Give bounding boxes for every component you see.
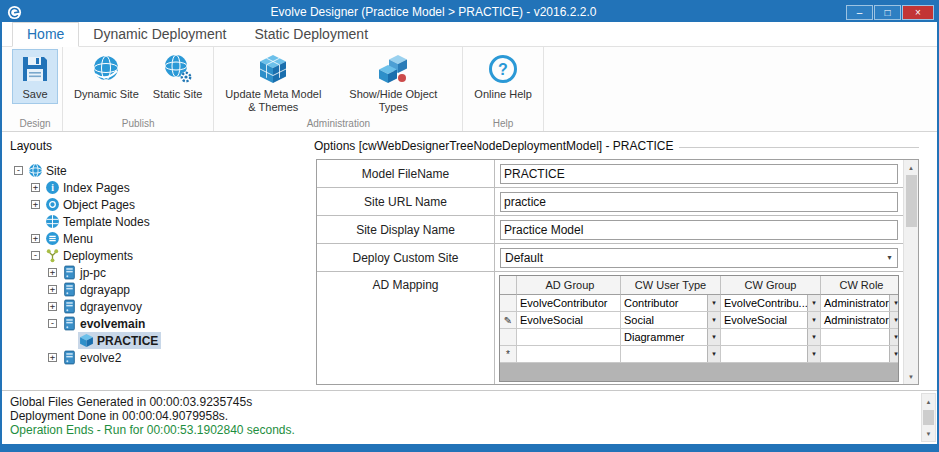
scrollbar-thumb[interactable] — [906, 175, 917, 227]
chevron-down-icon[interactable]: ▾ — [707, 329, 720, 345]
tree-item-index-pages[interactable]: + iIndex Pages — [10, 179, 310, 196]
expander-icon[interactable]: + — [48, 302, 57, 311]
expander-icon[interactable]: + — [31, 200, 40, 209]
cell-cw-user-type[interactable]: Social▾ — [621, 312, 721, 329]
cell-cw-group[interactable]: EvolveSocial▾ — [721, 312, 821, 329]
cell-ad-group[interactable] — [517, 346, 621, 363]
site-display-input[interactable] — [500, 220, 898, 240]
cell-cw-role[interactable]: ▾ — [821, 329, 899, 346]
col-header-cw-group[interactable]: CW Group — [721, 276, 821, 295]
cell-ad-group[interactable]: EvolveSocial — [517, 312, 621, 329]
scrollbar-track[interactable] — [904, 227, 918, 369]
static-site-label: Static Site — [153, 88, 203, 101]
tree-item-deployments[interactable]: - Deployments — [10, 247, 310, 264]
dynamic-site-button[interactable]: Dynamic Site — [67, 49, 146, 104]
ribbon-group-administration: Update Meta Model & Themes Show/Hide Obj… — [214, 47, 463, 131]
chevron-down-icon[interactable]: ▾ — [889, 295, 899, 311]
scroll-up-icon[interactable]: ▲ — [922, 394, 935, 409]
save-button[interactable]: Save — [12, 49, 58, 104]
row-marker-new: * — [500, 346, 517, 363]
globe-icon — [28, 163, 43, 178]
tree-item-evolvemain[interactable]: - evolvemain — [10, 315, 310, 332]
layouts-title: Layouts — [10, 139, 310, 153]
scroll-up-icon[interactable]: ▲ — [904, 160, 918, 175]
chevron-down-icon[interactable]: ▾ — [889, 329, 899, 345]
update-meta-model-button[interactable]: Update Meta Model & Themes — [218, 49, 328, 116]
status-line-1: Global Files Generated in 00:00:03.92357… — [10, 395, 913, 409]
chevron-down-icon[interactable]: ▾ — [807, 329, 820, 345]
online-help-button[interactable]: ? Online Help — [467, 49, 538, 104]
model-filename-input[interactable] — [500, 164, 898, 184]
cube-icon — [79, 333, 94, 348]
scrollbar-thumb[interactable] — [923, 410, 934, 425]
expander-icon[interactable]: + — [48, 353, 57, 362]
scroll-down-icon[interactable]: ▼ — [904, 369, 918, 384]
chevron-down-icon[interactable]: ▾ — [807, 295, 820, 311]
chevron-down-icon[interactable]: ▾ — [882, 253, 897, 262]
options-scrollbar[interactable]: ▲ ▼ — [903, 160, 918, 384]
col-header-cw-user-type[interactable]: CW User Type — [621, 276, 721, 295]
site-url-input[interactable] — [500, 192, 898, 212]
static-site-button[interactable]: Static Site — [146, 49, 210, 104]
chevron-down-icon[interactable]: ▾ — [707, 346, 720, 362]
cell-cw-user-type[interactable]: ▾ — [621, 346, 721, 363]
expander-icon[interactable]: - — [31, 251, 40, 260]
cell-cw-role[interactable]: Administrator▾ — [821, 295, 899, 312]
chevron-down-icon[interactable]: ▾ — [889, 346, 899, 362]
cell-cw-user-type[interactable]: Contributor▾ — [621, 295, 721, 312]
form-row-deploy-custom: Deploy Custom Site Default ▾ — [317, 244, 903, 272]
chevron-down-icon[interactable]: ▾ — [807, 312, 820, 328]
tree-item-dgrayapp[interactable]: + dgrayapp — [10, 281, 310, 298]
tree-item-template-nodes[interactable]: Template Nodes — [10, 213, 310, 230]
close-button[interactable]: × — [902, 5, 934, 20]
window-controls: – □ × — [845, 5, 934, 20]
object-types-icon — [377, 53, 409, 85]
tree-item-jp-pc[interactable]: + jp-pc — [10, 264, 310, 281]
tab-dynamic-deployment[interactable]: Dynamic Deployment — [79, 23, 240, 46]
cell-cw-group[interactable]: ▾ — [721, 329, 821, 346]
tree-item-object-pages[interactable]: + Object Pages — [10, 196, 310, 213]
scroll-down-icon[interactable]: ▼ — [922, 426, 935, 441]
chevron-down-icon[interactable]: ▾ — [707, 312, 720, 328]
cell-ad-group[interactable]: EvolveContributor — [517, 295, 621, 312]
tree-item-menu[interactable]: + Menu — [10, 230, 310, 247]
minimize-button[interactable]: – — [846, 5, 873, 20]
show-hide-object-types-button[interactable]: Show/Hide Object Types — [328, 49, 458, 116]
expander-icon[interactable]: + — [31, 234, 40, 243]
dynamic-site-icon — [90, 53, 122, 85]
status-line-2: Deployment Done in 00:00:04.9079958s. — [10, 409, 913, 423]
form-row-ad-mapping: AD Mapping AD Group CW User Type CW Grou… — [317, 272, 903, 384]
server-icon — [62, 282, 77, 297]
cell-cw-group[interactable]: ▾ — [721, 346, 821, 363]
expander-icon[interactable]: + — [48, 285, 57, 294]
chevron-down-icon[interactable]: ▾ — [707, 295, 720, 311]
cell-cw-group[interactable]: EvolveContribu...▾ — [721, 295, 821, 312]
tab-home[interactable]: Home — [12, 22, 79, 47]
maximize-button[interactable]: □ — [874, 5, 901, 20]
tree-item-practice[interactable]: PRACTICE — [10, 332, 310, 349]
window-title: Evolve Designer (Practice Model > PRACTI… — [22, 5, 845, 19]
cell-cw-role[interactable]: ▾ — [821, 346, 899, 363]
expander-icon[interactable]: - — [14, 166, 23, 175]
expander-icon[interactable]: + — [31, 183, 40, 192]
cell-cw-user-type[interactable]: Diagrammer▾ — [621, 329, 721, 346]
chevron-down-icon[interactable]: ▾ — [889, 312, 899, 328]
deploy-custom-site-select[interactable]: Default ▾ — [500, 248, 898, 268]
col-header-cw-role[interactable]: CW Role — [821, 276, 899, 295]
tree-item-site[interactable]: - Site — [10, 162, 310, 179]
static-site-icon — [162, 53, 194, 85]
save-icon — [19, 53, 51, 85]
tab-static-deployment[interactable]: Static Deployment — [240, 23, 382, 46]
chevron-down-icon[interactable]: ▾ — [807, 346, 820, 362]
status-scrollbar[interactable]: ▲ ▼ — [921, 393, 936, 442]
expander-icon[interactable]: - — [48, 319, 57, 328]
tree-item-dgrayenvoy[interactable]: + dgrayenvoy — [10, 298, 310, 315]
svg-text:?: ? — [498, 61, 508, 78]
cell-cw-role[interactable]: Administrator▾ — [821, 312, 899, 329]
cell-ad-group[interactable] — [517, 329, 621, 346]
expander-icon[interactable]: + — [48, 268, 57, 277]
server-icon — [62, 265, 77, 280]
tree-item-evolve2[interactable]: + evolve2 — [10, 349, 310, 366]
online-help-icon: ? — [487, 53, 519, 85]
col-header-ad-group[interactable]: AD Group — [517, 276, 621, 295]
